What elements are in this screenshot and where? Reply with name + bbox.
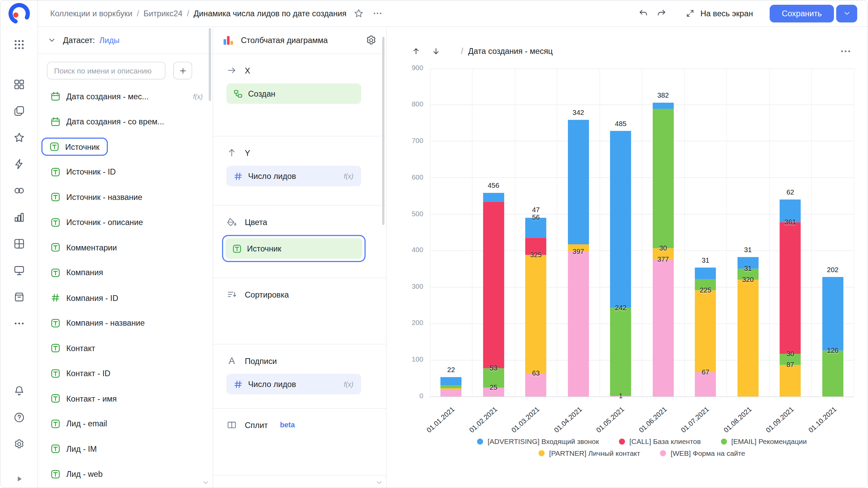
dataset-field[interactable]: Дата создания - мес...f(x) (38, 84, 213, 109)
config-scrollbar-thumb[interactable] (382, 37, 384, 225)
legend-item[interactable]: [WEB] Форма на сайте (660, 449, 745, 457)
bar-segment[interactable] (610, 308, 631, 396)
legend-item[interactable]: [ADVERTISING] Входящий звонок (477, 438, 599, 446)
save-dropdown-button[interactable] (836, 4, 857, 22)
bar-segment[interactable] (653, 109, 674, 248)
bar-segment[interactable] (440, 388, 461, 390)
y-field-pill[interactable]: Число лидов f(x) (226, 166, 361, 186)
bar-segment[interactable] (822, 350, 843, 396)
dataset-field[interactable]: Источник - ID (38, 159, 213, 184)
bar-segment[interactable] (695, 268, 716, 279)
bar-segment[interactable] (780, 365, 801, 396)
dataset-collapse-button[interactable] (47, 36, 56, 45)
rail-item-settings[interactable] (7, 431, 31, 457)
dataset-field[interactable]: Контакт - ID (38, 361, 213, 386)
rail-item-editor[interactable] (7, 151, 31, 177)
dataset-field[interactable]: Источник - описание (38, 210, 213, 235)
redo-button[interactable] (655, 8, 667, 19)
bar-segment[interactable] (483, 202, 504, 368)
add-field-button[interactable] (173, 62, 192, 79)
breadcrumb-separator: / (137, 9, 139, 18)
field-search-row (47, 62, 204, 79)
rail-item-services[interactable] (7, 71, 31, 98)
page-more-button[interactable] (372, 8, 383, 19)
chart-legend: [ADVERTISING] Входящий звонок[CALL] База… (430, 438, 854, 458)
legend-item[interactable]: [PARTNER] Личный контакт (539, 449, 640, 457)
save-button[interactable]: Сохранить (770, 4, 834, 22)
rail-item-charts[interactable] (7, 204, 31, 230)
rail-item-connections[interactable] (7, 177, 31, 204)
datalens-logo-icon[interactable] (8, 3, 30, 25)
dataset-field[interactable]: Лид - IM (38, 436, 213, 461)
bar-segment[interactable] (440, 377, 461, 385)
dataset-field[interactable]: Компания - ID (38, 285, 213, 310)
bar-chart-type-icon[interactable] (222, 34, 234, 46)
rail-item-apps-grid[interactable] (7, 33, 31, 57)
scroll-down-hint-icon[interactable] (201, 479, 210, 487)
dataset-field[interactable]: Компания (38, 260, 213, 285)
fullscreen-button[interactable]: На весь экран (686, 8, 753, 18)
bar-segment[interactable] (440, 390, 461, 396)
drill-down-button[interactable] (429, 44, 443, 58)
text-field-icon (50, 444, 61, 454)
bar-segment[interactable] (568, 120, 589, 245)
rail-item-favorites[interactable] (7, 124, 31, 151)
drill-up-button[interactable] (409, 44, 423, 58)
field-search-input[interactable] (47, 62, 165, 79)
bar-segment[interactable] (653, 103, 674, 109)
bar-segment[interactable] (695, 290, 716, 372)
dataset-field[interactable]: Контакт (38, 336, 213, 361)
dataset-field[interactable]: Комментарии (38, 235, 213, 260)
favorite-button[interactable] (353, 8, 364, 19)
chart-title[interactable]: Дата создания - месяц (468, 47, 553, 56)
labels-field-label: Число лидов (248, 380, 296, 388)
text-field-icon (50, 469, 61, 479)
bar-segment[interactable] (610, 131, 631, 308)
legend-dot (539, 450, 545, 456)
bar-segment[interactable] (822, 277, 843, 350)
bar-segment[interactable] (483, 193, 504, 202)
rail-item-workbooks[interactable] (7, 98, 31, 124)
rail-item-monitoring[interactable] (7, 257, 31, 284)
bar-segment[interactable] (653, 259, 674, 396)
breadcrumb-collections[interactable]: Коллекции и воркбуки (50, 9, 132, 18)
dataset-name-link[interactable]: Лиды (99, 36, 120, 44)
dataset-panel: Датасет: Лиды Дата создания - мес...f(x)… (38, 27, 213, 488)
field-name: Комментарии (66, 243, 117, 252)
fullscreen-icon (686, 8, 695, 18)
field-name: Компания - ID (66, 293, 118, 302)
rail-expand-button[interactable] (13, 472, 27, 486)
rail-bottom-group (7, 378, 31, 457)
bar-segment[interactable] (525, 255, 546, 374)
bar-segment[interactable] (780, 222, 801, 354)
rail-item-notifications[interactable] (7, 378, 31, 404)
bar-segment[interactable] (737, 280, 758, 396)
dataset-scrollbar-thumb[interactable] (209, 28, 211, 101)
colors-field-pill[interactable]: Источник (225, 238, 362, 259)
scroll-down-hint-icon[interactable] (375, 479, 383, 487)
bar-segment[interactable] (568, 252, 589, 396)
x-field-pill[interactable]: Создан (226, 83, 361, 104)
rail-item-more[interactable] (7, 310, 31, 337)
rail-item-storage[interactable] (7, 284, 31, 310)
undo-button[interactable] (638, 8, 649, 19)
dataset-field[interactable]: Лид - web (38, 462, 213, 487)
dataset-field[interactable]: Источник (38, 134, 213, 159)
dataset-field[interactable]: Дата создания - со врем... (38, 109, 213, 134)
rail-item-help[interactable] (7, 404, 31, 431)
labels-field-pill[interactable]: Число лидов f(x) (226, 374, 361, 394)
gridline-vertical (726, 68, 727, 396)
legend-item[interactable]: [CALL] База клиентов (619, 438, 701, 446)
dataset-field[interactable]: Компания - название (38, 310, 213, 336)
legend-item[interactable]: [EMAIL] Рекомендации (721, 438, 807, 446)
breadcrumb-workbook[interactable]: Битрикс24 (143, 9, 182, 18)
rail-item-datasets[interactable] (7, 230, 31, 257)
chart-more-button[interactable] (840, 45, 852, 57)
dataset-field[interactable]: Лид - email (38, 411, 213, 436)
chart-settings-button[interactable] (365, 34, 377, 46)
dataset-field[interactable]: Контакт - имя (38, 386, 213, 411)
bar-segment[interactable] (440, 385, 461, 388)
dataset-field[interactable]: Источник - название (38, 185, 213, 210)
legend-dot (619, 439, 625, 445)
bar-value-label: 342 (562, 109, 595, 117)
